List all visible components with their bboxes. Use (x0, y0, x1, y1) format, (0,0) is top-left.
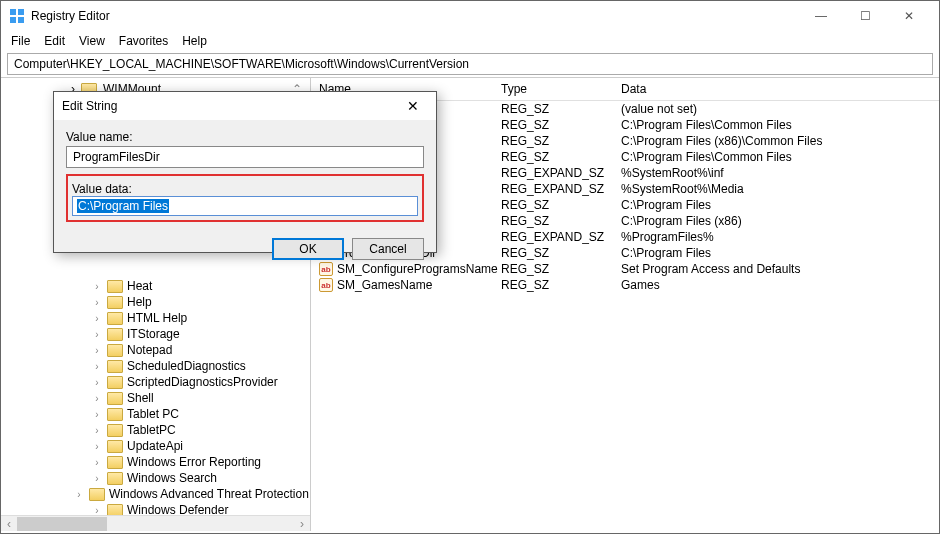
value-type: REG_EXPAND_SZ (501, 230, 621, 244)
tree-item[interactable]: ›Windows Search (1, 470, 310, 486)
scroll-left-icon[interactable]: ‹ (1, 517, 17, 531)
folder-icon (107, 392, 123, 405)
minimize-button[interactable]: — (799, 2, 843, 30)
tree-item[interactable]: ›Heat (1, 278, 310, 294)
folder-icon (107, 328, 123, 341)
value-name-label: Value name: (66, 130, 424, 144)
tree-item[interactable]: ›HTML Help (1, 310, 310, 326)
tree-item-label: ITStorage (127, 327, 180, 341)
value-data-label: Value data: (72, 182, 418, 196)
menu-help[interactable]: Help (182, 34, 207, 48)
value-data: C:\Program Files\Common Files (621, 118, 939, 132)
chevron-right-icon[interactable]: › (91, 505, 103, 516)
tree-item-label: TabletPC (127, 423, 176, 437)
value-data: C:\Program Files (621, 246, 939, 260)
tree-item[interactable]: ›UpdateApi (1, 438, 310, 454)
value-type: REG_SZ (501, 198, 621, 212)
title-bar: Registry Editor — ☐ ✕ (1, 1, 939, 31)
value-data: %SystemRoot%\inf (621, 166, 939, 180)
menu-favorites[interactable]: Favorites (119, 34, 168, 48)
svg-rect-1 (18, 9, 24, 15)
regedit-icon (9, 8, 25, 24)
value-type: REG_EXPAND_SZ (501, 166, 621, 180)
cancel-button[interactable]: Cancel (352, 238, 424, 260)
tree-item-label: ScheduledDiagnostics (127, 359, 246, 373)
folder-icon (107, 456, 123, 469)
scroll-thumb[interactable] (17, 517, 107, 531)
chevron-right-icon[interactable]: › (91, 297, 103, 308)
chevron-right-icon[interactable]: › (91, 457, 103, 468)
tree-item[interactable]: ›Notepad (1, 342, 310, 358)
menu-edit[interactable]: Edit (44, 34, 65, 48)
scroll-right-icon[interactable]: › (294, 517, 310, 531)
ok-button[interactable]: OK (272, 238, 344, 260)
dialog-close-button[interactable]: ✕ (398, 98, 428, 114)
chevron-right-icon[interactable]: › (91, 313, 103, 324)
chevron-right-icon[interactable]: › (91, 345, 103, 356)
tree-item[interactable]: ›Help (1, 294, 310, 310)
folder-icon (107, 472, 123, 485)
chevron-right-icon[interactable]: › (91, 281, 103, 292)
value-data-input[interactable]: C:\Program Files (72, 196, 418, 216)
address-bar[interactable]: Computer\HKEY_LOCAL_MACHINE\SOFTWARE\Mic… (7, 53, 933, 75)
chevron-right-icon[interactable]: › (91, 361, 103, 372)
tree-item-label: Windows Search (127, 471, 217, 485)
tree-item[interactable]: ›ITStorage (1, 326, 310, 342)
menu-file[interactable]: File (11, 34, 30, 48)
folder-icon (107, 440, 123, 453)
tree-item-label: Windows Error Reporting (127, 455, 261, 469)
chevron-right-icon[interactable]: › (91, 441, 103, 452)
chevron-right-icon[interactable]: › (91, 329, 103, 340)
tree-item[interactable]: ›Windows Error Reporting (1, 454, 310, 470)
col-type[interactable]: Type (501, 82, 621, 96)
value-name: SM_GamesName (337, 278, 432, 292)
tree-item[interactable]: ›Tablet PC (1, 406, 310, 422)
folder-icon (107, 296, 123, 309)
value-data: C:\Program Files (x86)\Common Files (621, 134, 939, 148)
value-type: REG_SZ (501, 214, 621, 228)
folder-icon (107, 360, 123, 373)
folder-icon (107, 280, 123, 293)
tree-item[interactable]: ›TabletPC (1, 422, 310, 438)
folder-icon (89, 488, 105, 501)
menu-view[interactable]: View (79, 34, 105, 48)
menu-bar: File Edit View Favorites Help (1, 31, 939, 51)
tree-item[interactable]: ›ScheduledDiagnostics (1, 358, 310, 374)
value-type: REG_SZ (501, 134, 621, 148)
chevron-right-icon[interactable]: › (91, 473, 103, 484)
window-title: Registry Editor (31, 9, 110, 23)
tree-item[interactable]: ›Shell (1, 390, 310, 406)
edit-string-dialog: Edit String ✕ Value name: ProgramFilesDi… (53, 91, 437, 253)
chevron-right-icon[interactable]: › (91, 377, 103, 388)
value-row[interactable]: abSM_GamesNameREG_SZGames (311, 277, 939, 293)
chevron-right-icon[interactable]: › (91, 393, 103, 404)
chevron-right-icon[interactable]: › (91, 409, 103, 420)
value-name-input[interactable]: ProgramFilesDir (66, 146, 424, 168)
string-value-icon: ab (319, 278, 333, 292)
value-data: C:\Program Files\Common Files (621, 150, 939, 164)
tree-item-label: Tablet PC (127, 407, 179, 421)
close-button[interactable]: ✕ (887, 2, 931, 30)
dialog-title: Edit String (62, 99, 117, 113)
chevron-right-icon[interactable]: › (91, 425, 103, 436)
value-type: REG_SZ (501, 118, 621, 132)
chevron-right-icon[interactable]: › (73, 489, 85, 500)
horizontal-scrollbar[interactable]: ‹ › (1, 515, 310, 531)
maximize-button[interactable]: ☐ (843, 2, 887, 30)
value-data: (value not set) (621, 102, 939, 116)
tree-item[interactable]: ›Windows Advanced Threat Protection (1, 486, 310, 502)
tree-item-label: Shell (127, 391, 154, 405)
value-type: REG_SZ (501, 278, 621, 292)
svg-rect-2 (10, 17, 16, 23)
tree-item-label: HTML Help (127, 311, 187, 325)
tree-item-label: Notepad (127, 343, 172, 357)
value-type: REG_SZ (501, 150, 621, 164)
folder-icon (107, 312, 123, 325)
value-data-highlight: Value data: C:\Program Files (66, 174, 424, 222)
col-data[interactable]: Data (621, 82, 939, 96)
tree-item-label: UpdateApi (127, 439, 183, 453)
value-data: %SystemRoot%\Media (621, 182, 939, 196)
value-type: REG_SZ (501, 102, 621, 116)
value-type: REG_SZ (501, 262, 621, 276)
tree-item[interactable]: ›ScriptedDiagnosticsProvider (1, 374, 310, 390)
